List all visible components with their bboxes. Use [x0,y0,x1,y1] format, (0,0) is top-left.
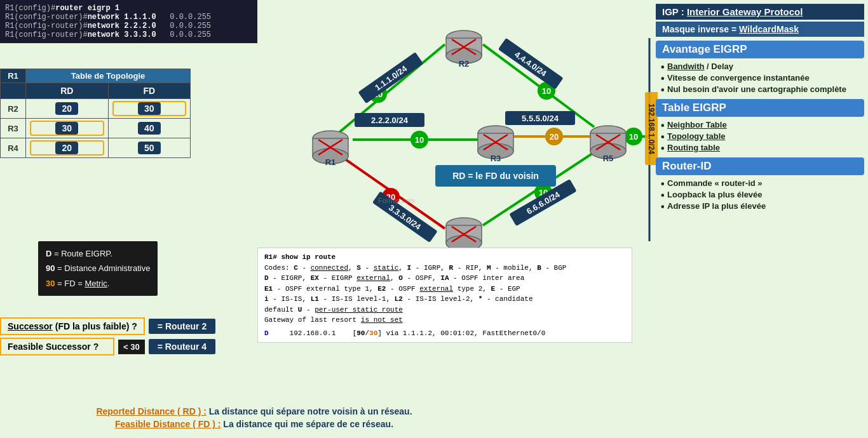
cli-config-box: R1(config)#router eigrp 1 R1(config-rout… [0,0,257,43]
avantage-item-2: Vitesse de convergence instantanée [661,73,864,83]
feasible-op: < 30 [118,340,145,354]
fd-value: 30 [108,99,191,119]
router-label: R3 [1,119,26,138]
fd-value: 50 [108,138,191,158]
router-label: R2 [1,99,26,119]
table-eigrp-title: Table EIGRP [656,99,864,117]
router-id-list: Commande « router-id » Loopback la plus … [661,178,864,211]
svg-text:RD = le FD du voisin: RD = le FD du voisin [452,171,539,181]
table-list: Neighbor Table Topology table Routing ta… [661,120,864,152]
svg-text:5.5.5.0/24: 5.5.5.0/24 [522,114,559,123]
fd-description: Feasible Distance ( FD ) : La distance q… [13,419,496,429]
svg-text:R3: R3 [491,154,501,163]
route-box: R1# show ip route Codes: C - connected, … [257,248,632,343]
avantage-list: Bandwith / Delay Vitesse de convergence … [661,62,864,94]
feasible-label: Feasible Successor ? [0,338,114,355]
svg-text:10: 10 [542,86,551,96]
fd-value: 40 [108,119,191,138]
col-empty [1,83,26,99]
avantage-item-3: Nul besoin d'avoir une cartographie comp… [661,84,864,94]
successor-result: = Routeur 2 [149,319,215,334]
table-title: Table de Topologie [26,69,191,83]
router-id-item-3: Adresse IP la plus élevée [661,201,864,211]
feasible-row: Feasible Successor ? < 30 = Routeur 4 [0,338,215,355]
table-row: R4 20 50 [1,138,191,158]
topology-table-container: R1 Table de Topologie RD FD R2 20 30 R3 … [0,69,191,158]
table-item-1: Neighbor Table [661,120,864,129]
svg-text:20: 20 [550,132,559,142]
route-codes-4: i - IS-IS, L1 - IS-IS level-1, L2 - IS-I… [264,294,625,305]
topology-table: R1 Table de Topologie RD FD R2 20 30 R3 … [0,69,191,158]
legend-box: D = Route EIGRP. 90 = Distance Administr… [38,241,158,296]
svg-text:R2: R2 [459,59,470,69]
route-codes-2: D - EIGRP, EX - EIGRP external, O - OSPF… [264,273,625,284]
r1-label: R1 [1,69,26,83]
route-entry: D 192.168.0.1 [90/30] via 1.1.1.2, 00:01… [264,328,625,339]
successor-label: Successor (FD la plus faible) ? [0,317,145,335]
route-codes-3: E1 - OSPF external type 1, E2 - OSPF ext… [264,284,625,295]
table-row: R2 20 30 [1,99,191,119]
col-fd: FD [108,83,191,99]
table-row: R3 30 40 [1,119,191,138]
feasible-result: = Routeur 4 [149,339,215,354]
router-id-item-2: Loopback la plus élevée [661,190,864,199]
col-rd: RD [26,83,109,99]
successor-feasible-section: Successor (FD la plus faible) ? = Routeu… [0,317,215,355]
masque-banner: Masque inverse = WildcardMask [656,22,864,37]
rd-description: Reported Distance ( RD ) : La distance q… [13,406,496,416]
svg-text:2.2.2.0/24: 2.2.2.0/24 [371,116,409,125]
route-codes-1: Codes: C - connected, S - static, I - IG… [264,263,625,274]
rd-value: 20 [26,138,109,158]
watermark: Formip.com [378,197,415,204]
bottom-descriptions: Reported Distance ( RD ) : La distance q… [13,406,496,432]
svg-text:10: 10 [629,132,638,142]
router-id-title: Router-ID [656,157,864,175]
right-panel: IGP : Interior Gateway Protocol Masque i… [652,0,868,220]
avantage-title: Avantage EIGRP [656,41,864,58]
route-title: R1# show ip route [264,252,625,263]
table-item-3: Routing table [661,143,864,152]
table-item-2: Topology table [661,131,864,141]
rd-value: 30 [26,119,109,138]
svg-text:R1: R1 [325,157,336,167]
svg-text:10: 10 [415,135,424,145]
route-gateway: Gateway of last resort is not set [264,315,625,326]
avantage-item-1: Bandwith / Delay [661,62,864,71]
route-codes-5: default U - per-user static route [264,305,625,315]
successor-row: Successor (FD la plus faible) ? = Routeu… [0,317,215,335]
svg-text:R5: R5 [603,154,614,163]
igp-banner: IGP : Interior Gateway Protocol [656,4,864,20]
rd-value: 20 [26,99,109,119]
router-id-item-1: Commande « router-id » [661,178,864,188]
router-label: R4 [1,138,26,158]
